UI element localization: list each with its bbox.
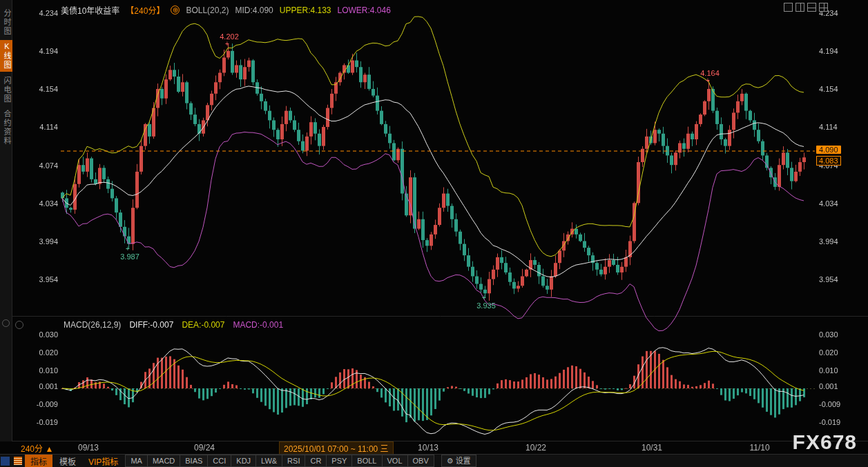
indicator-button-ma[interactable]: MA bbox=[125, 455, 147, 467]
tab-vip-indicator[interactable]: VIP指标 bbox=[83, 455, 124, 467]
app-logo-icon bbox=[1, 457, 10, 466]
macd-macd-value: MACD:-0.001 bbox=[233, 320, 283, 330]
indicator-button-vol[interactable]: VOL bbox=[382, 455, 407, 467]
indicator-button-cr[interactable]: CR bbox=[305, 455, 326, 467]
indicator-button-kdj[interactable]: KDJ bbox=[231, 455, 255, 467]
boll-upper-value: UPPER:4.133 bbox=[280, 6, 331, 15]
main-chart-canvas[interactable] bbox=[0, 0, 868, 467]
window-layout-buttons bbox=[784, 3, 828, 12]
add-indicator-icon[interactable]: ⊕ bbox=[171, 6, 180, 14]
indicator-button-rsi[interactable]: RSI bbox=[282, 455, 305, 467]
sidebar: 分时图 K线图 闪电图 合约资料 bbox=[0, 0, 12, 441]
boll-lower-value: LOWER:4.046 bbox=[338, 6, 391, 15]
indicator-button-obv[interactable]: OBV bbox=[407, 455, 434, 467]
period-badge: 【240分】 bbox=[126, 4, 164, 16]
macd-dea-value: DEA:-0.007 bbox=[182, 320, 224, 330]
boll-mid-value: MID:4.090 bbox=[235, 6, 273, 15]
layout-split-vertical-icon[interactable] bbox=[795, 3, 804, 12]
x-axis-row: 240分 ▲ 2025/10/01 07:00 ~ 11:00 三 bbox=[0, 441, 868, 454]
list-icon[interactable] bbox=[14, 457, 22, 465]
layout-grid-icon[interactable] bbox=[819, 3, 828, 12]
macd-diff-value: DIFF:-0.007 bbox=[129, 320, 173, 330]
tab-indicator[interactable]: 指标 bbox=[25, 455, 52, 467]
sidebar-item-kline[interactable]: K线图 bbox=[0, 40, 12, 72]
tab-template[interactable]: 模板 bbox=[54, 455, 81, 467]
indicator-button-boll[interactable]: BOLL bbox=[351, 455, 381, 467]
sidebar-tool-icon[interactable] bbox=[2, 319, 10, 327]
indicator-toolbar: 指标 模板 VIP指标 MAMACDBIASCCIKDJLW&RSICRPSYB… bbox=[0, 454, 868, 467]
macd-label: MACD(26,12,9) bbox=[64, 320, 121, 330]
gear-icon: ⚙ bbox=[447, 456, 454, 466]
app-window: 4.2344.2344.1944.1944.1544.1544.1144.114… bbox=[0, 0, 868, 467]
instrument-title: 美债10年收益率 bbox=[61, 4, 119, 16]
indicator-menu-icon[interactable] bbox=[15, 321, 23, 329]
indicator-button-macd[interactable]: MACD bbox=[147, 455, 180, 467]
indicator-button-cci[interactable]: CCI bbox=[207, 455, 231, 467]
macd-header: MACD(26,12,9) DIFF:-0.007 DEA:-0.007 MAC… bbox=[64, 320, 283, 330]
settings-button[interactable]: ⚙ 设置 bbox=[441, 455, 476, 467]
sidebar-item-lightning[interactable]: 闪电图 bbox=[0, 74, 12, 106]
indicator-button-psy[interactable]: PSY bbox=[326, 455, 351, 467]
indicator-button-bias[interactable]: BIAS bbox=[180, 455, 207, 467]
sidebar-item-contract-info[interactable]: 合约资料 bbox=[0, 108, 12, 148]
indicator-button-lw[interactable]: LW& bbox=[255, 455, 282, 467]
chart-header: 美债10年收益率 【240分】 ⊕ BOLL(20,2) MID:4.090 U… bbox=[61, 4, 391, 16]
layout-split-horizontal-icon[interactable] bbox=[807, 3, 816, 12]
sidebar-item-timeshare[interactable]: 分时图 bbox=[0, 7, 12, 38]
layout-single-icon[interactable] bbox=[784, 3, 793, 12]
period-arrow-icon: ▲ bbox=[45, 444, 53, 454]
indicator-buttons: MAMACDBIASCCIKDJLW&RSICRPSYBOLLVOLOBV bbox=[125, 455, 434, 467]
boll-label: BOLL(20,2) bbox=[186, 6, 229, 15]
selected-bar-info: 2025/10/01 07:00 ~ 11:00 三 bbox=[279, 441, 394, 455]
period-selector[interactable]: 240分 ▲ bbox=[21, 442, 53, 454]
